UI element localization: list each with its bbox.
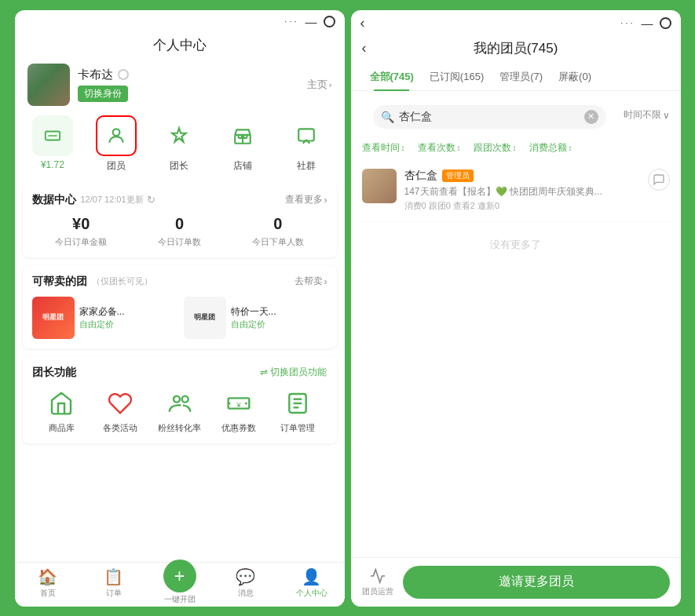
tab-admins[interactable]: 管理员(7)	[492, 64, 551, 90]
svg-point-7	[181, 395, 188, 402]
shop-label: 店铺	[233, 159, 252, 173]
nav-open-group[interactable]: + 一键开团	[147, 567, 213, 605]
search-icon: 🔍	[381, 111, 394, 123]
chevron-right-icon: ›	[324, 276, 327, 287]
func-item-orders[interactable]: 订单管理	[268, 388, 327, 434]
left-content-scroll: 数据中心 12/07 12:01更新 ↻ 查看更多 › ¥0 今日订单金额	[15, 184, 345, 562]
tab-subscribed[interactable]: 已订阅(165)	[422, 64, 492, 90]
orders-nav-icon: 📋	[104, 567, 123, 586]
member-name-row: 杏仁盒 管理员	[404, 169, 640, 183]
product-thumb-0: 明星团	[32, 297, 75, 339]
homepage-link[interactable]: 主页 ›	[307, 78, 332, 92]
sort-view-time[interactable]: 查看时间 ↕	[362, 141, 405, 155]
time-filter[interactable]: 时间不限 ∨	[624, 108, 670, 122]
table-row[interactable]: 杏仁盒 管理员 147天前查看【报名】💚 快团团周年庆颁奖典... 消费0 跟团…	[362, 159, 670, 222]
right-bottom-bar: 团员运营 邀请更多团员	[351, 557, 681, 607]
activity-icon	[104, 388, 136, 419]
nav-messages[interactable]: 💬 消息	[213, 567, 279, 605]
nav-home-label: 首页	[40, 588, 56, 599]
tab-all[interactable]: 全部(745)	[362, 64, 422, 90]
member-chat-button[interactable]	[648, 169, 670, 191]
team-ops-button[interactable]: 团员运营	[362, 567, 393, 597]
sort-view-count[interactable]: 查看次数 ↕	[418, 141, 461, 155]
coupon-icon: ¥	[223, 388, 254, 419]
product-thumb-1: 明星团	[184, 297, 226, 339]
messages-icon: 💬	[236, 567, 255, 586]
profile-info: 卡布达 切换身份	[78, 67, 299, 102]
sell-action-link[interactable]: 去帮卖 ›	[294, 275, 327, 288]
right-status-minus: —	[642, 16, 653, 30]
quick-icon-money[interactable]: ¥1.72	[21, 115, 85, 173]
func-item-fans[interactable]: 粉丝转化率	[150, 388, 209, 434]
data-center-card: 数据中心 12/07 12:01更新 ↻ 查看更多 › ¥0 今日订单金额	[23, 184, 337, 257]
back-button[interactable]: ‹	[362, 40, 384, 56]
nav-orders-label: 订单	[106, 588, 122, 599]
quick-icon-shop[interactable]: 店铺	[211, 115, 275, 173]
switch-member-func-link[interactable]: ⇌ 切换团员功能	[260, 366, 327, 379]
product-price-1: 自由定价	[231, 319, 327, 330]
search-row: 🔍 杏仁盒 ✕ 时间不限 ∨	[351, 91, 681, 137]
right-status-back[interactable]: ‹	[360, 15, 365, 31]
invite-more-button[interactable]: 邀请更多团员	[403, 566, 670, 599]
member-avatar	[362, 169, 397, 203]
product-item-0[interactable]: 明星团 家家必备... 自由定价	[32, 297, 176, 339]
nav-profile[interactable]: 👤 个人中心	[279, 567, 345, 605]
nav-messages-label: 消息	[238, 588, 254, 599]
page-title: 个人中心	[15, 33, 345, 64]
func-item-store[interactable]: 商品库	[32, 388, 91, 434]
sort-row: 查看时间 ↕ 查看次数 ↕ 跟团次数 ↕ 消费总额 ↕	[351, 137, 681, 159]
nav-orders[interactable]: 📋 订单	[81, 567, 147, 605]
avatar	[27, 64, 70, 106]
nav-home[interactable]: 🏠 首页	[15, 567, 81, 605]
func-item-coupon[interactable]: ¥ 优惠券数	[209, 388, 268, 434]
right-status-dots: ···	[620, 18, 635, 27]
right-status-bar: ‹ ··· —	[351, 10, 681, 36]
quick-icon-leader[interactable]: 团长	[148, 115, 211, 173]
product-item-1[interactable]: 明星团 特价一天... 自由定价	[184, 297, 327, 339]
product-name-0: 家家必备...	[79, 305, 176, 319]
sort-arrow-0: ↕	[401, 144, 405, 152]
svg-point-2	[112, 129, 119, 136]
bottom-nav: 🏠 首页 📋 订单 + 一键开团 💬 消息 👤 个人中心	[15, 562, 345, 607]
quick-icon-community[interactable]: 社群	[275, 115, 338, 173]
data-center-header: 数据中心 12/07 12:01更新 ↻ 查看更多 ›	[32, 193, 327, 207]
chevron-right-icon: ›	[324, 195, 327, 206]
view-more-link[interactable]: 查看更多 ›	[285, 193, 327, 206]
member-stats: 消费0 跟团0 查看2 邀新0	[404, 200, 640, 212]
search-bar[interactable]: 🔍 杏仁盒 ✕	[373, 105, 606, 129]
left-status-dots: ···	[284, 16, 298, 26]
chevron-down-icon: ∨	[663, 110, 670, 121]
svg-text:¥: ¥	[236, 401, 241, 409]
member-desc: 147天前查看【报名】💚 快团团周年庆颁奖典...	[404, 185, 640, 199]
sellable-card: 可帮卖的团 （仅团长可见） 去帮卖 › 明星团	[23, 265, 337, 348]
store-icon	[46, 388, 77, 419]
sellable-title: 可帮卖的团	[32, 275, 87, 289]
switch-identity-button[interactable]: 切换身份	[78, 86, 299, 102]
leader-func-title: 团长功能	[32, 366, 76, 380]
leader-func-header: 团长功能 ⇌ 切换团员功能	[32, 366, 327, 380]
right-page-title: 我的团员(745)	[384, 39, 648, 57]
right-status-circle	[660, 17, 671, 29]
tab-blocked[interactable]: 屏蔽(0)	[551, 64, 599, 90]
money-value: ¥1.72	[41, 159, 64, 170]
func-item-activity[interactable]: 各类活动	[91, 388, 150, 434]
data-center-title-group: 数据中心 12/07 12:01更新 ↻	[32, 193, 155, 207]
plus-icon: +	[174, 565, 185, 587]
quick-icon-members[interactable]: 团员	[84, 115, 148, 173]
left-status-circle	[324, 16, 335, 27]
data-item-order-count: 0 今日订单数	[130, 215, 229, 248]
sort-join-count[interactable]: 跟团次数 ↕	[474, 141, 517, 155]
search-clear-button[interactable]: ✕	[584, 110, 598, 124]
open-group-button[interactable]: +	[163, 560, 196, 592]
sort-total-spend[interactable]: 消费总额 ↕	[529, 141, 572, 155]
refresh-icon[interactable]: ↻	[147, 194, 155, 206]
coupon-label: 优惠券数	[221, 422, 256, 434]
right-header: ‹ 我的团员(745)	[351, 36, 681, 64]
svg-point-6	[174, 395, 180, 402]
order-count-value: 0	[175, 215, 184, 233]
member-name: 杏仁盒	[404, 169, 437, 183]
profile-icon: 👤	[302, 567, 321, 586]
home-icon: 🏠	[38, 567, 57, 586]
member-info: 杏仁盒 管理员 147天前查看【报名】💚 快团团周年庆颁奖典... 消费0 跟团…	[404, 169, 640, 212]
order-count-label: 今日订单数	[158, 236, 201, 248]
